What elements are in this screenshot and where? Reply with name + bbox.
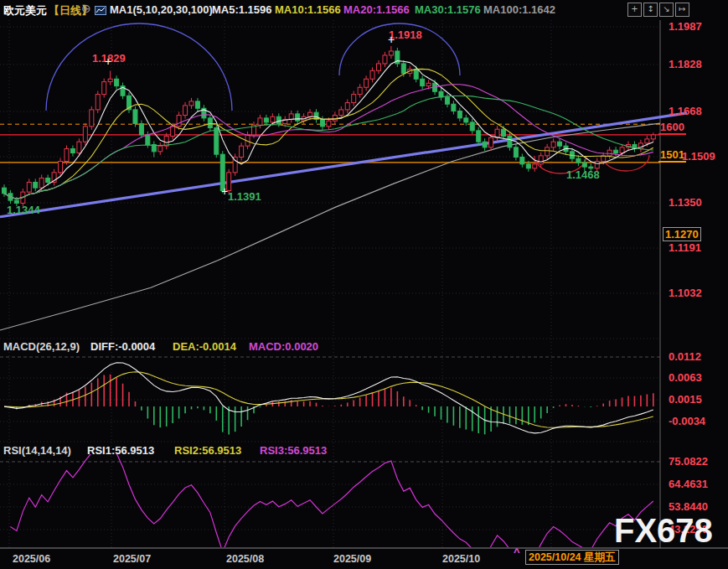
ma5-value: MA5:1.1596 bbox=[212, 3, 272, 16]
symbol-name: 欧元美元 bbox=[3, 3, 47, 18]
rsi3-value: RSI3:56.9513 bbox=[260, 444, 327, 457]
macd-dea-value: DEA:-0.0014 bbox=[173, 340, 236, 353]
rsi-layer bbox=[10, 442, 653, 562]
chart-canvas[interactable] bbox=[0, 0, 728, 569]
ma100-value: MA100:1.1642 bbox=[483, 3, 555, 16]
current-date-box: 2025/10/24 星期五 bbox=[525, 550, 619, 565]
time-axis-marker: ^ bbox=[514, 546, 520, 558]
ma100-line bbox=[0, 123, 660, 330]
crosshair-icon[interactable]: + bbox=[627, 3, 642, 17]
macd-title: MACD(26,12,9) bbox=[3, 340, 80, 353]
expand-icon[interactable]: ⊕ bbox=[81, 2, 91, 15]
toolbar: +↕↘↦ bbox=[627, 3, 689, 17]
ma10-value: MA10:1.1566 bbox=[275, 3, 341, 16]
chart-window: 欧元美元 【日线】 ⊕ MA1(5,10,20,30,100) MA5:1.15… bbox=[0, 0, 728, 569]
ma-group-label: MA1(5,10,20,30,100) bbox=[110, 3, 213, 16]
rsi2-value: RSI2:56.9513 bbox=[174, 444, 241, 457]
macd-hist-value: MACD:0.0020 bbox=[249, 340, 318, 353]
indicator-chart-icon bbox=[95, 5, 106, 18]
ma30-value: MA30:1.1576 bbox=[415, 3, 481, 16]
axis-pan-icon[interactable]: ↘ bbox=[659, 3, 674, 17]
ma20-value: MA20:1.1566 bbox=[343, 3, 410, 16]
candles-layer bbox=[3, 46, 656, 206]
rsi-title: RSI(14,14,14) bbox=[3, 444, 71, 457]
macd-diff-value: DIFF:-0.0004 bbox=[90, 340, 155, 353]
macd-layer bbox=[4, 363, 653, 435]
drawing-arc bbox=[46, 23, 232, 111]
rsi1-value: RSI1:56.9513 bbox=[87, 444, 154, 457]
drawing-arc bbox=[339, 23, 460, 75]
axis-scale-icon[interactable]: ↕ bbox=[643, 3, 658, 17]
restore-view-icon[interactable]: ↦ bbox=[675, 3, 689, 17]
